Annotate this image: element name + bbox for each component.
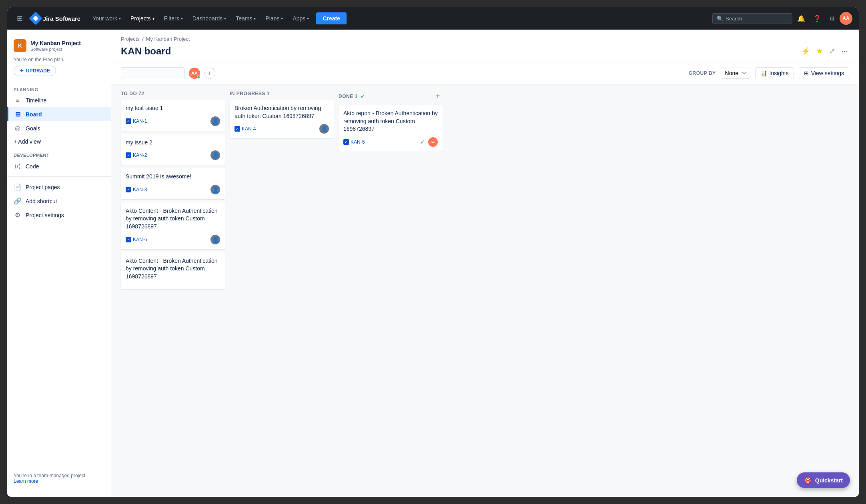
card-issue-kan1: ✓ KAN-1	[126, 118, 147, 124]
card-title-kan6: Akto Content - Broken Authentication by …	[126, 207, 220, 231]
upgrade-button[interactable]: ✦ UPGRADE	[14, 66, 56, 76]
timeline-icon: ≡	[14, 97, 22, 104]
star-button[interactable]: ★	[815, 45, 824, 57]
card-title-kan4: Broken Authentication by removing auth t…	[235, 104, 329, 120]
done-check-icon: ✓	[360, 93, 365, 100]
breadcrumb: Projects / My Kanban Project	[121, 36, 849, 42]
settings-button[interactable]: ⚙	[826, 12, 838, 26]
nav-teams[interactable]: Teams ▾	[232, 13, 260, 24]
card-footer-kan1: ✓ KAN-1 👤	[126, 116, 220, 126]
lightning-button[interactable]: ⚡	[800, 45, 812, 57]
nav-apps[interactable]: Apps ▾	[289, 13, 313, 24]
card-kan7[interactable]: Akto Content - Broken Authentication by …	[121, 252, 225, 290]
upgrade-icon: ✦	[20, 68, 24, 74]
card-assignee-kan6: 👤	[210, 235, 220, 244]
issue-checkbox-kan3: ✓	[126, 187, 131, 192]
help-button[interactable]: ❓	[810, 12, 824, 26]
notifications-button[interactable]: 🔔	[794, 12, 808, 26]
nav-right-group: 🔍 Search 🔔 ❓ ⚙ AA	[712, 12, 852, 26]
card-kan5[interactable]: Akto report - Broken Authentication by r…	[339, 105, 443, 152]
page-title: KAN board	[121, 46, 171, 57]
column-todo: TO DO 72 my test issue 1 ✓ KAN-1 👤	[121, 91, 225, 292]
page-title-row: KAN board ⚡ ★ ⤢ ···	[121, 45, 849, 57]
issue-checkbox-kan5: ✓	[343, 139, 349, 145]
column-title-done: DONE 1 ✓	[339, 93, 365, 100]
sidebar-item-goals[interactable]: ◎ Goals	[7, 121, 111, 135]
sidebar-item-board[interactable]: ⊞ Board	[7, 107, 111, 121]
column-header-done: DONE 1 ✓ +	[339, 91, 443, 102]
quickstart-button[interactable]: 🎯 Quickstart	[797, 472, 850, 488]
chevron-down-icon: ▾	[119, 16, 121, 21]
pages-icon: 📄	[14, 183, 22, 191]
card-issue-kan3: ✓ KAN-3	[126, 187, 147, 192]
card-issue-kan2: ✓ KAN-2	[126, 152, 147, 158]
card-issue-kan4: ✓ KAN-4	[235, 126, 256, 132]
sidebar-item-code[interactable]: ⟨/⟩ Code	[7, 159, 111, 173]
logo[interactable]: Jira Software	[28, 11, 84, 26]
card-assignee-kan2: 👤	[210, 150, 220, 160]
create-button[interactable]: Create	[316, 12, 347, 24]
insights-button[interactable]: 📊 Insights	[755, 67, 794, 79]
sidebar-item-add-view[interactable]: + Add view	[7, 135, 111, 148]
add-person-button[interactable]: +	[204, 68, 215, 79]
project-title: My Kanban Project	[30, 40, 81, 46]
chevron-down-icon: ▾	[152, 16, 154, 21]
card-issue-kan6: ✓ KAN-6	[126, 237, 147, 242]
card-kan4[interactable]: Broken Authentication by removing auth t…	[230, 100, 334, 138]
sidebar-item-add-shortcut[interactable]: 🔗 Add shortcut	[7, 194, 111, 208]
nav-dashboards[interactable]: Dashboards ▾	[188, 13, 231, 24]
sidebar: K My Kanban Project Software project You…	[7, 30, 111, 497]
search-box[interactable]: 🔍 Search	[712, 13, 792, 24]
learn-more-link[interactable]: Learn more	[14, 478, 38, 484]
search-icon: 🔍	[717, 16, 723, 22]
column-done: DONE 1 ✓ + Akto report - Broken Authenti…	[339, 91, 443, 155]
view-settings-button[interactable]: ⊞ View settings	[799, 67, 849, 79]
chevron-down-icon: ▾	[254, 16, 256, 21]
chevron-down-icon: ▾	[181, 16, 183, 21]
nav-projects[interactable]: Projects ▾	[126, 13, 158, 24]
project-header: K My Kanban Project Software project	[7, 36, 111, 57]
board-search-input[interactable]	[121, 67, 185, 79]
sidebar-item-project-settings[interactable]: ⚙ Project settings	[7, 208, 111, 222]
issue-checkbox-kan6: ✓	[126, 237, 131, 242]
breadcrumb-project-name: My Kanban Project	[146, 36, 190, 42]
column-title-inprogress: IN PROGRESS 1	[230, 91, 270, 96]
card-kan1[interactable]: my test issue 1 ✓ KAN-1 👤	[121, 100, 225, 131]
column-header-todo: TO DO 72	[121, 91, 225, 96]
grid-icon[interactable]: ⊞	[14, 11, 26, 26]
nav-filters[interactable]: Filters ▾	[160, 13, 187, 24]
code-icon: ⟨/⟩	[14, 162, 22, 170]
nav-your-work[interactable]: Your work ▾	[88, 13, 125, 24]
breadcrumb-separator: /	[142, 36, 144, 42]
issue-checkbox-kan2: ✓	[126, 152, 131, 158]
chevron-down-icon: ▾	[224, 16, 226, 21]
user-avatar[interactable]: AA	[840, 12, 852, 25]
card-kan6[interactable]: Akto Content - Broken Authentication by …	[121, 202, 225, 249]
sidebar-item-project-pages[interactable]: 📄 Project pages	[7, 180, 111, 194]
issue-checkbox-kan4: ✓	[235, 126, 240, 132]
chevron-down-icon: ▾	[281, 16, 283, 21]
project-icon: K	[14, 39, 26, 52]
card-kan3[interactable]: Summit 2019 is awesome! ✓ KAN-3 👤	[121, 168, 225, 199]
sidebar-item-timeline[interactable]: ≡ Timeline	[7, 94, 111, 107]
main-layout: K My Kanban Project Software project You…	[7, 30, 859, 497]
fullscreen-button[interactable]: ⤢	[828, 45, 837, 57]
add-column-button[interactable]: +	[433, 91, 443, 102]
card-kan2[interactable]: my issue 2 ✓ KAN-2 👤	[121, 134, 225, 165]
chevron-down-icon: ▾	[307, 16, 309, 21]
settings-icon: ⚙	[14, 211, 22, 219]
card-title-kan2: my issue 2	[126, 139, 220, 147]
view-settings-icon: ⊞	[804, 70, 809, 76]
card-title-kan3: Summit 2019 is awesome!	[126, 173, 220, 181]
card-title-kan5: Akto report - Broken Authentication by r…	[343, 110, 438, 133]
group-by-select[interactable]: None	[721, 68, 750, 79]
more-actions-button[interactable]: ···	[840, 46, 849, 57]
column-inprogress: IN PROGRESS 1 Broken Authentication by r…	[230, 91, 334, 142]
breadcrumb-projects[interactable]: Projects	[121, 36, 140, 42]
board-search-wrapper: 🔍	[121, 67, 185, 79]
card-assignee-kan4: 👤	[319, 124, 329, 134]
nav-plans[interactable]: Plans ▾	[261, 13, 287, 24]
project-subtitle: Software project	[30, 47, 81, 52]
insights-icon: 📊	[760, 70, 767, 76]
assignee-avatar[interactable]: AA	[189, 68, 200, 79]
